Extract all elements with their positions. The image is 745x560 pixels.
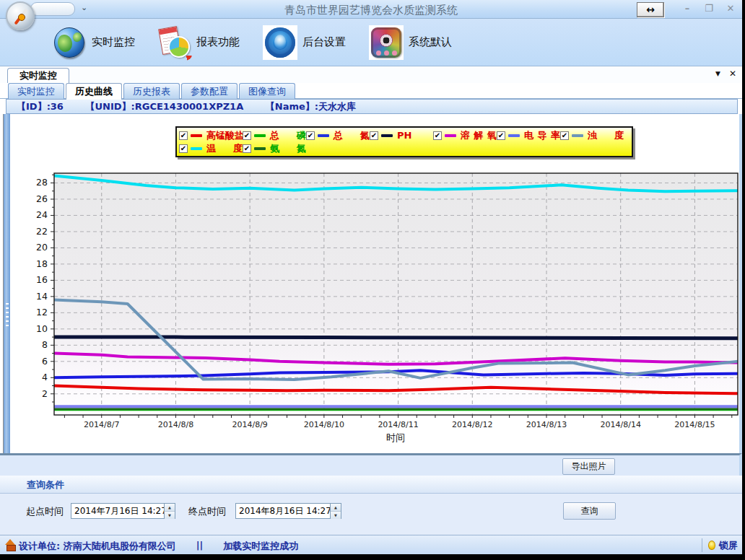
status-message: 加载实时监控成功 xyxy=(223,540,298,553)
legend-item: ✔电导率 xyxy=(497,131,560,141)
x-tick-label: 2014/8/13 xyxy=(526,420,567,429)
legend-label: PH xyxy=(397,131,433,141)
legend-checkbox[interactable]: ✔ xyxy=(243,144,251,153)
x-tick-label: 2014/8/11 xyxy=(378,420,418,429)
minimize-button[interactable]: – xyxy=(681,3,693,14)
legend-item: ✔总氮 xyxy=(306,131,370,141)
app-window: 青岛市世界园艺博览会水质监测系统 ⌄ ↔ – ❐ ✕ 实时监控 报表功能 后台设… xyxy=(0,0,742,554)
spin-down-icon[interactable]: ▼ xyxy=(165,512,175,519)
legend-checkbox[interactable]: ✔ xyxy=(179,144,188,153)
legend-checkbox[interactable]: ✔ xyxy=(497,131,505,140)
x-tick-label: 2014/8/15 xyxy=(674,420,715,429)
legend-label: 溶解氧 xyxy=(461,131,497,141)
titlebar: 青岛市世界园艺博览会水质监测系统 ⌄ ↔ – ❐ ✕ xyxy=(0,0,742,19)
tab-close-icon[interactable]: ✕ xyxy=(729,69,736,79)
station-id: 【ID】:36 xyxy=(17,101,64,112)
toolbar-button-realtime[interactable]: 实时监控 xyxy=(52,25,135,60)
subtab-4[interactable]: 图像查询 xyxy=(239,83,295,99)
x-tick-label: 2014/8/7 xyxy=(84,420,119,429)
history-chart: 246810121416182022242628 xyxy=(0,166,741,420)
legend-label: 电导率 xyxy=(524,131,560,141)
legend-label: 氨氮 xyxy=(270,144,306,154)
export-photo-button[interactable]: 导出照片 xyxy=(562,458,615,475)
settings-disc-icon xyxy=(263,25,297,60)
legend-item: ✔浊度 xyxy=(560,131,624,141)
document-tab-realtime[interactable]: 实时监控 xyxy=(7,68,69,83)
toolbar-button-defaults[interactable]: 系统默认 xyxy=(369,25,452,60)
legend-swatch xyxy=(191,147,202,150)
chart-legend: ✔高锰酸盐✔总磷✔总氮✔PH✔溶解氧✔电导率✔浊度✔温度✔氨氮 xyxy=(175,126,633,157)
legend-item: ✔高锰酸盐 xyxy=(179,131,243,141)
legend-label: 总氮 xyxy=(334,131,370,141)
resize-button[interactable]: ↔ xyxy=(637,2,664,17)
subtab-strip: 实时监控历史曲线历史报表参数配置图像查询 xyxy=(0,83,742,99)
x-tick-label: 2014/8/9 xyxy=(232,420,267,429)
bulb-icon xyxy=(708,541,715,550)
y-tick-label: 12 xyxy=(36,307,48,318)
legend-checkbox[interactable]: ✔ xyxy=(306,131,315,140)
y-tick-label: 10 xyxy=(36,323,48,334)
station-unid: 【UNID】:RGCE1430001XPZ1A xyxy=(85,101,243,112)
y-tick-label: 16 xyxy=(36,274,48,285)
toolbar-button-settings[interactable]: 后台设置 xyxy=(263,25,346,60)
legend-checkbox[interactable]: ✔ xyxy=(243,131,251,140)
y-tick-label: 24 xyxy=(36,209,48,220)
system-default-icon xyxy=(369,25,404,60)
legend-swatch xyxy=(254,147,266,150)
legend-item: ✔PH xyxy=(370,131,433,141)
legend-swatch xyxy=(381,134,393,137)
history-curve-panel: ✔高锰酸盐✔总磷✔总氮✔PH✔溶解氧✔电导率✔浊度✔温度✔氨氮 24681012… xyxy=(0,114,742,453)
x-tick-label: 2014/8/8 xyxy=(158,420,193,429)
compass-icon[interactable] xyxy=(6,1,35,30)
legend-swatch xyxy=(445,134,456,137)
y-tick-label: 14 xyxy=(36,291,48,302)
query-condition-title: 查询条件 xyxy=(27,478,64,491)
start-time-input[interactable]: 2014年7月16日 14:27: ▲ ▼ xyxy=(71,503,175,519)
tab-list-dropdown-icon[interactable]: ▼ xyxy=(715,70,720,77)
legend-item: ✔氨氮 xyxy=(243,144,306,154)
spin-up-icon[interactable]: ▲ xyxy=(331,504,341,512)
station-name: 【Name】:天水水库 xyxy=(266,101,356,112)
legend-checkbox[interactable]: ✔ xyxy=(179,131,188,140)
subtab-3[interactable]: 参数配置 xyxy=(181,83,238,99)
legend-swatch xyxy=(508,134,520,137)
lock-screen-button[interactable]: 锁屏 xyxy=(702,538,738,552)
y-tick-label: 22 xyxy=(36,226,48,237)
x-tick-label: 2014/8/12 xyxy=(452,420,492,429)
designer-text: 设计单位: 济南大陆机电股份有限公司 xyxy=(19,540,176,553)
legend-label: 温度 xyxy=(206,144,243,154)
restore-button[interactable]: ❐ xyxy=(703,3,715,14)
legend-checkbox[interactable]: ✔ xyxy=(433,131,442,140)
subtab-1[interactable]: 历史曲线 xyxy=(66,83,122,100)
status-separator: || xyxy=(196,540,204,553)
close-button[interactable]: ✕ xyxy=(725,3,736,14)
status-bar: 设计单位: 济南大陆机电股份有限公司 || 加载实时监控成功 锁屏 xyxy=(0,535,742,554)
home-icon xyxy=(5,539,16,550)
y-tick-label: 20 xyxy=(36,242,48,253)
end-time-input[interactable]: 2014年8月16日 14:27:: ▲ ▼ xyxy=(235,503,341,519)
spin-down-icon[interactable]: ▼ xyxy=(331,512,341,519)
end-time-label: 终点时间 xyxy=(188,505,226,518)
end-time-spinner: ▲ ▼ xyxy=(330,504,341,518)
legend-checkbox[interactable]: ✔ xyxy=(560,131,569,140)
y-tick-label: 8 xyxy=(42,339,48,350)
document-tab-strip: 实时监控 ▼ ✕ xyxy=(0,66,742,83)
quick-access-dropdown-icon[interactable]: ⌄ xyxy=(81,3,87,12)
legend-checkbox[interactable]: ✔ xyxy=(370,131,378,140)
legend-swatch xyxy=(572,134,583,137)
spin-up-icon[interactable]: ▲ xyxy=(165,504,175,512)
subtab-0[interactable]: 实时监控 xyxy=(8,83,64,99)
quick-access-pill xyxy=(30,2,75,16)
legend-item: ✔温度 xyxy=(179,144,243,154)
app-title: 青岛市世界园艺博览会水质监测系统 xyxy=(0,4,742,17)
subtab-2[interactable]: 历史报表 xyxy=(123,83,180,99)
toolbar-button-reports[interactable]: 报表功能 xyxy=(158,26,240,59)
x-tick-label: 2014/8/10 xyxy=(304,420,344,429)
query-button[interactable]: 查询 xyxy=(563,502,616,520)
legend-item: ✔溶解氧 xyxy=(433,131,497,141)
start-time-spinner: ▲ ▼ xyxy=(164,504,175,518)
legend-swatch xyxy=(254,134,266,137)
y-tick-label: 2 xyxy=(42,388,48,399)
y-tick-label: 4 xyxy=(42,372,48,382)
start-time-label: 起点时间 xyxy=(26,505,64,518)
